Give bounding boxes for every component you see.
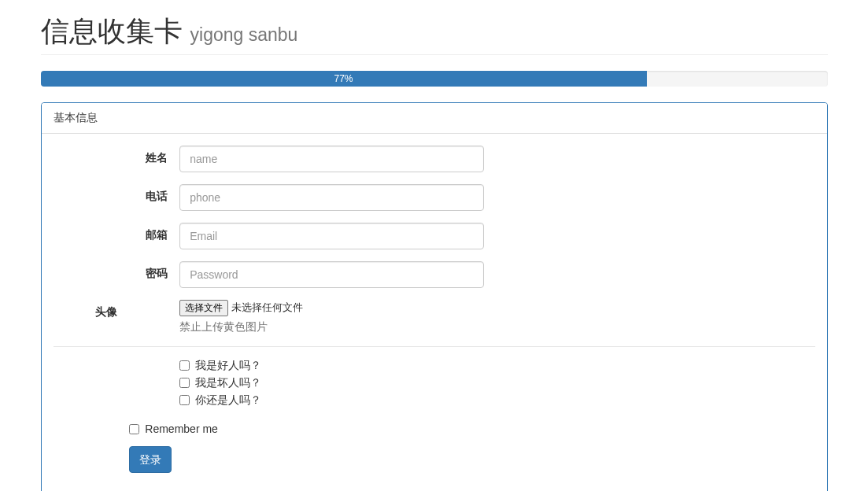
- email-input[interactable]: [179, 223, 484, 249]
- progress-bar-container: 77%: [41, 71, 828, 87]
- checkbox-good-person-label[interactable]: 我是好人吗？: [195, 359, 261, 371]
- checkbox-bad-person-label[interactable]: 我是坏人吗？: [195, 376, 261, 389]
- submit-button[interactable]: 登录: [129, 446, 172, 473]
- checkbox-good-person[interactable]: [179, 360, 190, 371]
- checkbox-still-person-label[interactable]: 你还是人吗？: [195, 393, 261, 406]
- page-title: 信息收集卡: [41, 15, 183, 47]
- file-status-text: 未选择任何文件: [231, 301, 303, 315]
- email-label: 邮箱: [54, 223, 180, 242]
- checkbox-bad-person[interactable]: [179, 378, 190, 388]
- password-label: 密码: [54, 261, 180, 281]
- name-label: 姓名: [54, 146, 180, 165]
- name-input[interactable]: [179, 146, 484, 172]
- avatar-help-text: 禁止上传黄色图片: [179, 320, 484, 334]
- page-header: 信息收集卡 yigong sanbu: [41, 0, 828, 55]
- panel-basic-info: 基本信息 姓名 电话 邮箱 密码: [41, 102, 828, 491]
- progress-bar: 77%: [41, 71, 647, 87]
- file-choose-button[interactable]: 选择文件: [179, 300, 228, 316]
- avatar-label: 头像: [54, 300, 130, 319]
- checkbox-still-person[interactable]: [179, 395, 190, 405]
- phone-label: 电话: [54, 184, 180, 204]
- page-subtitle: yigong sanbu: [190, 24, 298, 45]
- panel-body: 姓名 电话 邮箱 密码: [42, 134, 827, 491]
- checkbox-remember-me[interactable]: [129, 424, 139, 434]
- panel-heading: 基本信息: [42, 103, 827, 134]
- password-input[interactable]: [179, 261, 484, 288]
- phone-input[interactable]: [179, 184, 484, 211]
- checkbox-remember-me-label[interactable]: Remember me: [145, 423, 218, 435]
